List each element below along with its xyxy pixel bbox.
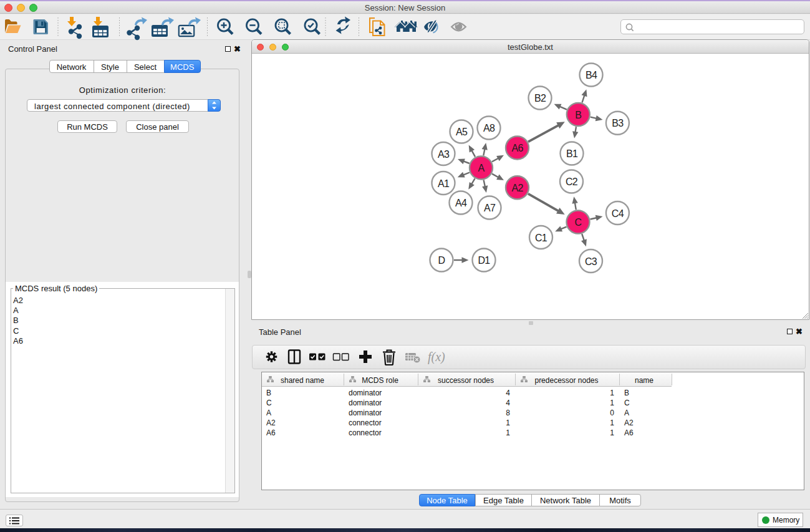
svg-text:B: B [575, 110, 581, 120]
svg-text:D: D [438, 255, 445, 266]
svg-text:A: A [478, 163, 485, 173]
svg-text:C1: C1 [535, 233, 547, 243]
svg-text:A7: A7 [484, 203, 496, 213]
svg-text:A1: A1 [438, 178, 450, 189]
svg-text:B2: B2 [534, 93, 546, 104]
svg-text:A5: A5 [456, 127, 468, 137]
svg-text:f(x): f(x) [428, 350, 445, 364]
svg-text:B4: B4 [586, 70, 597, 80]
svg-text:D1: D1 [478, 255, 490, 266]
svg-text:A8: A8 [483, 123, 495, 133]
svg-text:B3: B3 [612, 118, 624, 128]
svg-text:C2: C2 [566, 177, 578, 187]
svg-text:C3: C3 [585, 256, 597, 267]
svg-text:C4: C4 [612, 208, 624, 219]
svg-text:A4: A4 [455, 198, 467, 208]
svg-text:A2: A2 [511, 183, 523, 193]
svg-text:C: C [575, 217, 582, 228]
svg-text:A6: A6 [511, 143, 523, 153]
svg-text:B1: B1 [566, 148, 578, 159]
svg-text:A3: A3 [438, 149, 450, 160]
